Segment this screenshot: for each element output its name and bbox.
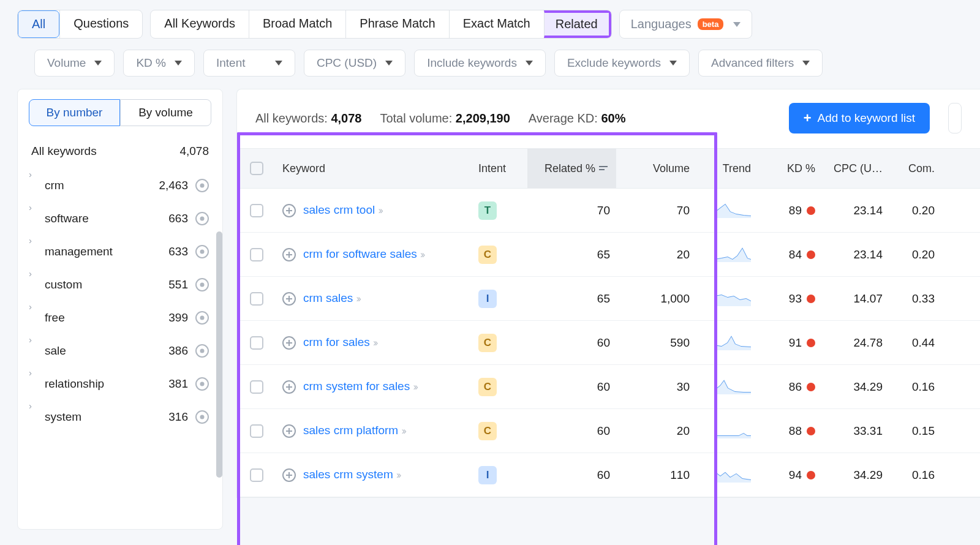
filter-cpc[interactable]: CPC (USD) xyxy=(304,50,405,77)
open-icon[interactable]: ›› xyxy=(401,425,404,437)
keyword-link[interactable]: sales crm platform xyxy=(303,424,398,437)
cell-volume: 1,000 xyxy=(616,292,696,306)
row-checkbox[interactable] xyxy=(250,424,263,438)
cell-cpc: 14.07 xyxy=(821,292,889,306)
cell-related: 60 xyxy=(527,336,616,350)
keyword-link[interactable]: crm system for sales xyxy=(303,380,410,393)
trend-sparkline xyxy=(714,468,751,483)
eye-icon[interactable] xyxy=(195,377,209,391)
col-intent[interactable]: Intent xyxy=(472,149,527,188)
expand-icon[interactable] xyxy=(282,204,296,217)
sidebar-all-label: All keywords xyxy=(31,145,97,158)
expand-icon[interactable] xyxy=(282,468,296,482)
languages-dropdown[interactable]: Languages beta xyxy=(619,10,753,39)
expand-icon[interactable] xyxy=(282,380,296,394)
row-checkbox[interactable] xyxy=(250,292,263,306)
select-all-checkbox[interactable] xyxy=(250,162,263,175)
cell-com: 0.16 xyxy=(889,380,941,394)
cell-volume: 590 xyxy=(616,336,696,350)
expand-icon[interactable] xyxy=(282,336,296,350)
chevron-right-icon: › xyxy=(29,400,32,411)
sidebar-item-relationship[interactable]: relationship 381 xyxy=(18,367,222,400)
eye-icon[interactable] xyxy=(195,278,209,291)
toggle-by-number[interactable]: By number xyxy=(29,99,120,126)
sidebar-item-count: 2,463 xyxy=(159,179,188,192)
filter-kd[interactable]: KD % xyxy=(123,50,195,77)
cell-cpc: 23.14 xyxy=(821,248,889,261)
sidebar-item-label: software xyxy=(45,212,89,225)
cell-kd: 84 xyxy=(757,248,821,261)
sort-desc-icon xyxy=(599,164,608,173)
sidebar: By number By volume All keywords 4,078 ›… xyxy=(17,89,223,530)
col-cpc[interactable]: CPC (U… xyxy=(821,149,889,188)
table-row: sales crm platform ›› C 60 20 88 33.31 0… xyxy=(237,409,980,453)
open-icon[interactable]: ›› xyxy=(356,293,360,304)
filter-advanced[interactable]: Advanced filters xyxy=(698,50,823,77)
expand-icon[interactable] xyxy=(282,248,296,261)
filter-exclude[interactable]: Exclude keywords xyxy=(554,50,690,77)
sidebar-item-sale[interactable]: sale 386 xyxy=(18,334,222,367)
scrollbar[interactable] xyxy=(216,231,222,478)
open-icon[interactable]: ›› xyxy=(396,469,399,481)
open-icon[interactable]: ›› xyxy=(378,205,381,216)
sidebar-item-count: 316 xyxy=(168,410,188,424)
sidebar-item-label: sale xyxy=(45,344,66,358)
overflow-button[interactable] xyxy=(948,103,962,133)
sidebar-item-label: free xyxy=(45,311,65,325)
intent-badge: C xyxy=(478,334,497,352)
sidebar-all-keywords[interactable]: All keywords 4,078 xyxy=(18,136,222,167)
sidebar-item-management[interactable]: management 633 xyxy=(18,235,222,268)
filter-include[interactable]: Include keywords xyxy=(414,50,546,77)
keyword-link[interactable]: sales crm tool xyxy=(303,203,375,216)
col-volume[interactable]: Volume xyxy=(616,149,696,188)
trend-sparkline xyxy=(714,336,751,350)
cell-related: 60 xyxy=(527,380,616,394)
filter-volume[interactable]: Volume xyxy=(34,50,115,77)
tab-broad-match[interactable]: Broad Match xyxy=(249,10,345,38)
tab-all[interactable]: All xyxy=(18,10,59,38)
keyword-link[interactable]: crm sales xyxy=(303,291,353,304)
expand-icon[interactable] xyxy=(282,292,296,306)
eye-icon[interactable] xyxy=(195,344,209,358)
col-com[interactable]: Com. xyxy=(889,149,941,188)
sidebar-item-crm[interactable]: crm 2,463 xyxy=(18,169,222,202)
tab-questions[interactable]: Questions xyxy=(59,10,142,38)
row-checkbox[interactable] xyxy=(250,248,263,261)
open-icon[interactable]: ›› xyxy=(420,249,423,260)
col-kd[interactable]: KD % xyxy=(757,149,821,188)
intent-badge: C xyxy=(478,378,497,396)
toggle-by-volume[interactable]: By volume xyxy=(120,99,211,126)
col-keyword[interactable]: Keyword xyxy=(276,149,472,188)
add-to-keyword-list-button[interactable]: + Add to keyword list xyxy=(789,103,930,133)
tab-phrase-match[interactable]: Phrase Match xyxy=(345,10,448,38)
row-checkbox[interactable] xyxy=(250,380,263,394)
trend-sparkline xyxy=(714,424,751,438)
row-checkbox[interactable] xyxy=(250,204,263,217)
sidebar-item-label: management xyxy=(45,245,113,258)
col-trend[interactable]: Trend xyxy=(696,149,757,188)
sidebar-item-custom[interactable]: custom 551 xyxy=(18,268,222,301)
col-related[interactable]: Related % xyxy=(527,149,616,188)
sidebar-item-software[interactable]: software 663 xyxy=(18,202,222,235)
cell-com: 0.20 xyxy=(889,248,941,261)
keyword-link[interactable]: crm for sales xyxy=(303,336,370,348)
tab-all-keywords[interactable]: All Keywords xyxy=(151,10,249,38)
eye-icon[interactable] xyxy=(195,179,209,192)
eye-icon[interactable] xyxy=(195,212,209,225)
sidebar-item-system[interactable]: system 316 xyxy=(18,400,222,434)
eye-icon[interactable] xyxy=(195,245,209,258)
open-icon[interactable]: ›› xyxy=(373,337,376,348)
eye-icon[interactable] xyxy=(195,311,209,325)
open-icon[interactable]: ›› xyxy=(413,381,416,393)
expand-icon[interactable] xyxy=(282,424,296,438)
cell-kd: 88 xyxy=(757,424,821,438)
eye-icon[interactable] xyxy=(195,410,209,424)
row-checkbox[interactable] xyxy=(250,468,263,482)
row-checkbox[interactable] xyxy=(250,336,263,350)
filter-intent[interactable]: Intent xyxy=(203,50,295,77)
tab-exact-match[interactable]: Exact Match xyxy=(449,10,544,38)
keyword-link[interactable]: crm for software sales xyxy=(303,247,417,260)
keyword-link[interactable]: sales crm system xyxy=(303,468,393,481)
sidebar-item-free[interactable]: free 399 xyxy=(18,301,222,334)
tab-related[interactable]: Related xyxy=(544,10,611,38)
